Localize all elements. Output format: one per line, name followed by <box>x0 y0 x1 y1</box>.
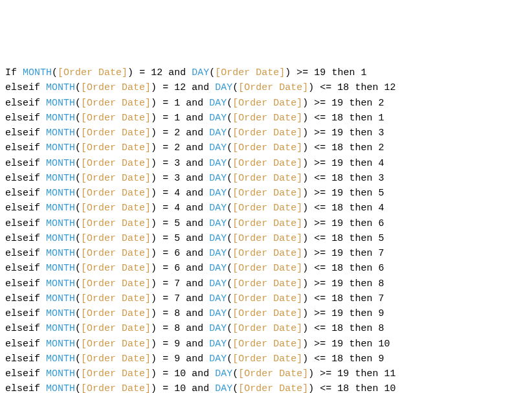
day-value: 18 <box>337 383 349 393</box>
function-day: DAY <box>209 113 227 124</box>
paren-open: ( <box>75 293 81 304</box>
function-month: MONTH <box>46 339 75 350</box>
paren-close: ) <box>302 293 308 304</box>
result-value: 4 <box>378 203 384 214</box>
day-value: 18 <box>331 203 343 214</box>
code-line: elseif MONTH([Order Date]) = 8 and DAY([… <box>5 321 527 336</box>
paren-close: ) <box>308 368 314 379</box>
field-order-date: [Order Date] <box>232 339 302 350</box>
day-value: 19 <box>331 188 343 199</box>
keyword-elseif: elseif <box>5 354 40 365</box>
paren-open: ( <box>227 142 232 153</box>
keyword-and: and <box>186 339 203 350</box>
operator-le: <= <box>314 142 326 153</box>
function-month: MONTH <box>46 263 75 274</box>
paren-open: ( <box>227 113 232 124</box>
keyword-and: and <box>186 188 203 199</box>
month-value: 9 <box>174 339 180 350</box>
day-value: 18 <box>331 173 343 184</box>
result-value: 11 <box>384 368 395 379</box>
paren-close: ) <box>285 67 291 78</box>
paren-open: ( <box>232 383 238 393</box>
paren-close: ) <box>308 383 314 393</box>
operator-eq: = <box>162 368 168 379</box>
paren-close: ) <box>151 278 157 289</box>
code-line: elseif MONTH([Order Date]) = 10 and DAY(… <box>5 366 527 381</box>
field-order-date: [Order Date] <box>232 308 302 319</box>
day-value: 19 <box>331 218 343 229</box>
paren-open: ( <box>75 233 81 244</box>
operator-ge: >= <box>314 98 326 109</box>
result-value: 8 <box>378 323 384 334</box>
function-day: DAY <box>209 203 227 214</box>
keyword-elseif: elseif <box>5 113 40 124</box>
paren-close: ) <box>308 82 314 93</box>
keyword-then: then <box>355 368 378 379</box>
paren-open: ( <box>227 158 232 169</box>
day-value: 19 <box>331 308 343 319</box>
day-value: 18 <box>331 323 343 334</box>
result-value: 6 <box>378 218 384 229</box>
function-day: DAY <box>209 188 227 199</box>
keyword-elseif: elseif <box>5 383 40 393</box>
function-day: DAY <box>192 67 209 78</box>
field-order-date: [Order Date] <box>232 354 302 365</box>
code-line: elseif MONTH([Order Date]) = 8 and DAY([… <box>5 306 527 321</box>
paren-open: ( <box>227 293 232 304</box>
keyword-then: then <box>349 173 372 184</box>
function-month: MONTH <box>46 113 75 124</box>
field-order-date: [Order Date] <box>232 158 302 169</box>
month-value: 2 <box>174 142 180 153</box>
code-line: elseif MONTH([Order Date]) = 4 and DAY([… <box>5 186 527 201</box>
paren-close: ) <box>151 339 157 350</box>
tableau-calc-code: If MONTH([Order Date]) = 12 and DAY([Ord… <box>5 65 527 393</box>
paren-close: ) <box>302 98 308 109</box>
day-value: 19 <box>331 248 343 259</box>
field-order-date: [Order Date] <box>232 203 302 214</box>
keyword-elseif: elseif <box>5 82 40 93</box>
operator-eq: = <box>162 142 168 153</box>
keyword-then: then <box>349 128 372 139</box>
operator-le: <= <box>314 173 326 184</box>
paren-open: ( <box>75 323 81 334</box>
operator-eq: = <box>162 82 168 93</box>
paren-close: ) <box>151 142 157 153</box>
paren-close: ) <box>151 308 157 319</box>
paren-open: ( <box>75 173 81 184</box>
function-month: MONTH <box>46 188 75 199</box>
function-day: DAY <box>209 248 227 259</box>
field-order-date: [Order Date] <box>81 278 151 289</box>
keyword-then: then <box>349 263 372 274</box>
field-order-date: [Order Date] <box>81 323 151 334</box>
paren-open: ( <box>75 278 81 289</box>
paren-open: ( <box>227 173 232 184</box>
field-order-date: [Order Date] <box>232 173 302 184</box>
keyword-then: then <box>349 203 372 214</box>
paren-open: ( <box>232 82 238 93</box>
paren-open: ( <box>227 233 232 244</box>
field-order-date: [Order Date] <box>81 98 151 109</box>
month-value: 3 <box>174 158 180 169</box>
function-month: MONTH <box>46 248 75 259</box>
day-value: 19 <box>331 339 343 350</box>
keyword-then: then <box>349 233 372 244</box>
operator-eq: = <box>162 233 168 244</box>
day-value: 18 <box>331 113 343 124</box>
result-value: 10 <box>384 383 395 393</box>
operator-le: <= <box>314 293 326 304</box>
code-line: elseif MONTH([Order Date]) = 10 and DAY(… <box>5 381 527 393</box>
result-value: 7 <box>378 293 384 304</box>
operator-eq: = <box>162 218 168 229</box>
result-value: 2 <box>378 98 384 109</box>
code-line: elseif MONTH([Order Date]) = 7 and DAY([… <box>5 291 527 306</box>
field-order-date: [Order Date] <box>81 368 151 379</box>
day-value: 19 <box>314 67 326 78</box>
month-value: 8 <box>174 323 180 334</box>
field-order-date: [Order Date] <box>81 383 151 393</box>
result-value: 3 <box>378 173 384 184</box>
month-value: 6 <box>174 248 180 259</box>
result-value: 6 <box>378 263 384 274</box>
code-line: elseif MONTH([Order Date]) = 3 and DAY([… <box>5 156 527 171</box>
paren-close: ) <box>302 248 308 259</box>
keyword-and: and <box>186 203 203 214</box>
